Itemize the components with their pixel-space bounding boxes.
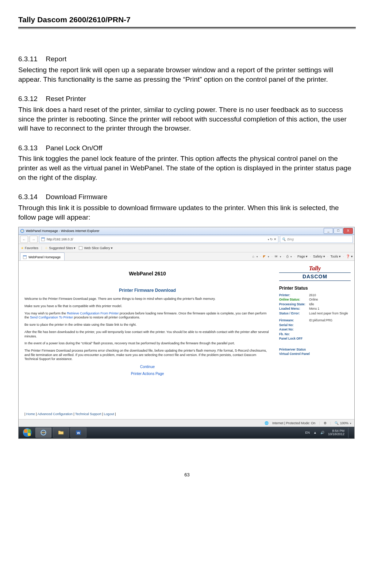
section-title: Panel Lock On/Off bbox=[46, 144, 102, 152]
zoom-control[interactable]: 🔍 100% ▾ bbox=[335, 421, 351, 425]
zoom-icon: 🔍 bbox=[335, 421, 339, 425]
page-heading: Printer Firmware Download bbox=[24, 287, 270, 293]
folder-icon bbox=[58, 429, 64, 436]
section-title: Reset Printer bbox=[46, 95, 86, 102]
section-number: 6.3.12 bbox=[18, 94, 44, 104]
feeds-button[interactable]: ◤ bbox=[263, 254, 266, 259]
status-value: Load next paper from Single bbox=[309, 312, 351, 316]
dascom-logo: DASCOM bbox=[279, 272, 351, 281]
tech-support-link[interactable]: Technical Support bbox=[75, 412, 101, 416]
tools-menu[interactable]: Tools ▾ bbox=[330, 254, 341, 259]
refresh-icon[interactable]: ↻ bbox=[270, 237, 273, 241]
taskbar-ie-button[interactable] bbox=[35, 428, 51, 438]
page-menu[interactable]: Page ▾ bbox=[297, 254, 308, 259]
page-content: WebPanel 2610 Printer Firmware Download … bbox=[19, 261, 354, 410]
tab-row: WebPanel Homepage ⌂▾· ◤▾· ✉▾· ⎙▾· Page ▾… bbox=[19, 252, 354, 261]
svg-rect-5 bbox=[23, 255, 27, 256]
window-titlebar: WebPanel Homepage - Windows Internet Exp… bbox=[19, 227, 354, 235]
printer-actions-link[interactable]: Printer Actions Page bbox=[131, 372, 164, 376]
panel-lock-label: Panel Lock OFF bbox=[279, 337, 351, 341]
status-label: Serial No: bbox=[279, 323, 309, 327]
page-icon bbox=[41, 237, 45, 241]
windows-orb-icon bbox=[23, 428, 32, 437]
volume-icon[interactable]: 🔊 bbox=[320, 430, 324, 435]
embedded-screenshot: WebPanel Homepage - Windows Internet Exp… bbox=[18, 227, 355, 439]
advanced-config-link[interactable]: Advanced Configuration bbox=[38, 412, 73, 416]
address-bar-row: ← → http://192.168.0.2/ ▾ ↻ ✕ 🔍 Bing bbox=[19, 235, 354, 244]
taskbar-word-button[interactable]: W bbox=[70, 428, 86, 438]
back-button[interactable]: ← bbox=[20, 236, 28, 243]
logout-link[interactable]: Logout bbox=[104, 412, 114, 416]
webpanel-title: WebPanel 2610 bbox=[24, 270, 270, 277]
addr-dropdown-icon[interactable]: ▾ bbox=[268, 238, 269, 241]
star-icon: ☆ bbox=[45, 246, 48, 250]
section-number: 6.3.14 bbox=[18, 192, 44, 202]
show-desktop-button[interactable] bbox=[348, 428, 352, 438]
home-link[interactable]: Home bbox=[26, 412, 35, 416]
browser-tab[interactable]: WebPanel Homepage bbox=[20, 252, 65, 260]
status-label: Fb. No: bbox=[279, 332, 309, 336]
favorites-bar: ★Favorites | ☆Suggested Sites ▾ Web Slic… bbox=[19, 244, 354, 252]
paragraph: Be sure to place the printer in the onli… bbox=[24, 323, 270, 327]
section-6-3-11-heading: 6.3.11 Report bbox=[18, 54, 356, 64]
maximize-button[interactable]: □ bbox=[333, 228, 343, 234]
web-slice-label: Web Slice Gallery ▾ bbox=[84, 246, 113, 250]
section-6-3-12-heading: 6.3.12 Reset Printer bbox=[18, 94, 356, 104]
status-label: Loaded Menu: bbox=[279, 307, 309, 311]
close-button[interactable]: X bbox=[343, 228, 353, 234]
stop-icon[interactable]: ✕ bbox=[274, 237, 277, 241]
status-value: 2610 bbox=[309, 293, 351, 297]
web-slice-gallery-button[interactable]: Web Slice Gallery ▾ bbox=[78, 246, 113, 250]
status-value: Online bbox=[309, 298, 351, 302]
virtual-control-panel-link[interactable]: Virtual Control Panel bbox=[279, 352, 310, 356]
retrieve-config-link[interactable]: Retrieve Configuration From Printer bbox=[67, 312, 119, 315]
globe-icon: 🌐 bbox=[265, 421, 269, 425]
status-label: Printer: bbox=[279, 293, 309, 297]
start-button[interactable] bbox=[21, 428, 34, 438]
url-text: http://192.168.0.2/ bbox=[47, 237, 73, 241]
favorites-label: Favorites bbox=[25, 246, 38, 250]
language-indicator[interactable]: EN bbox=[305, 430, 310, 435]
paragraph: Make sure you have a file that is compat… bbox=[24, 304, 270, 309]
forward-button[interactable]: → bbox=[30, 236, 38, 243]
printserver-status-link[interactable]: Printserver Status bbox=[279, 348, 306, 351]
page-icon bbox=[23, 255, 27, 259]
status-value: Idle bbox=[309, 302, 351, 306]
print-button[interactable]: ⎙ bbox=[286, 254, 288, 259]
page-number: 63 bbox=[18, 472, 356, 478]
paragraph: You may wish to perform the Retrieve Con… bbox=[24, 312, 270, 320]
tray-flag-icon[interactable]: ▲ bbox=[313, 430, 317, 435]
minimize-button[interactable]: _ bbox=[324, 228, 333, 234]
send-config-link[interactable]: Send Configuration To Printer bbox=[30, 316, 73, 319]
ie-icon bbox=[20, 229, 24, 233]
tab-label: WebPanel Homepage bbox=[28, 255, 61, 259]
favorites-button[interactable]: ★Favorites bbox=[21, 246, 38, 250]
paragraph: Welcome to the Printer Firmware Download… bbox=[24, 297, 270, 301]
taskbar-explorer-button[interactable] bbox=[53, 428, 69, 438]
window-title: WebPanel Homepage - Windows Internet Exp… bbox=[26, 229, 99, 233]
command-bar: ⌂▾· ◤▾· ✉▾· ⎙▾· Page ▾· Safety ▾· Tools … bbox=[252, 254, 353, 259]
printer-status-heading: Printer Status bbox=[279, 285, 351, 291]
safety-menu[interactable]: Safety ▾ bbox=[313, 254, 325, 259]
system-clock[interactable]: 8:54 PM 10/18/2012 bbox=[328, 429, 344, 437]
svg-rect-3 bbox=[79, 247, 82, 250]
section-6-3-14-heading: 6.3.14 Download Firmware bbox=[18, 192, 356, 202]
section-6-3-11-body: Selecting the report link will open up a… bbox=[18, 65, 356, 84]
status-value: ID:pkformal:PRG bbox=[309, 318, 351, 322]
date-label: 10/18/2012 bbox=[328, 433, 344, 436]
side-links: Printserver Status Virtual Control Panel bbox=[279, 348, 351, 356]
address-bar[interactable]: http://192.168.0.2/ ▾ ↻ ✕ bbox=[39, 236, 278, 243]
mail-button[interactable]: ✉ bbox=[275, 254, 278, 259]
protected-mode-icon[interactable]: ⚙ bbox=[324, 421, 327, 425]
zone-label: Internet | Protected Mode: On bbox=[272, 421, 315, 425]
section-title: Report bbox=[46, 55, 66, 63]
search-box[interactable]: 🔍 Bing bbox=[280, 236, 353, 243]
continue-link[interactable]: Continue bbox=[140, 365, 155, 369]
browser-statusbar: 🌐 Internet | Protected Mode: On | ⚙ | 🔍 … bbox=[19, 419, 354, 427]
section-6-3-13-heading: 6.3.13 Panel Lock On/Off bbox=[18, 143, 356, 153]
page-header: Tally Dascom 2600/2610/PRN-7 bbox=[18, 15, 356, 27]
windows-taskbar: W EN ▲ 🔊 8:54 PM 10/18/2012 bbox=[19, 427, 354, 438]
help-menu[interactable]: ❓ ▾ bbox=[346, 254, 353, 259]
home-button[interactable]: ⌂ bbox=[252, 254, 254, 259]
suggested-sites-button[interactable]: ☆Suggested Sites ▾ bbox=[45, 246, 76, 250]
